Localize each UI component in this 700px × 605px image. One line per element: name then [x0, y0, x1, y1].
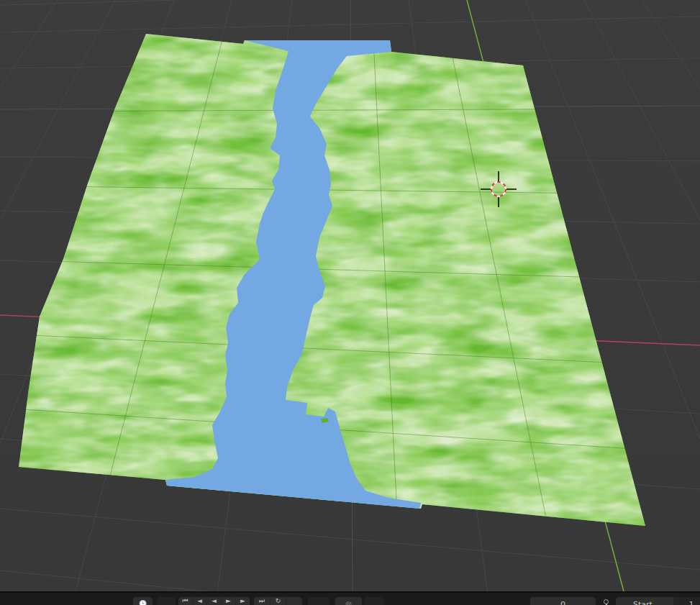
play-reverse-button[interactable]: ◄ — [207, 597, 222, 605]
sync-icon: ↻ — [276, 597, 281, 605]
keying-set-button[interactable] — [286, 597, 302, 605]
start-label: Start — [633, 600, 653, 605]
record-button[interactable]: ◎ — [335, 597, 362, 605]
viewport-3d[interactable] — [0, 0, 700, 605]
current-frame-field[interactable]: 0 — [530, 597, 596, 605]
jump-to-end-button[interactable]: ⏭ — [254, 597, 271, 605]
record-options-field[interactable] — [365, 597, 383, 605]
prev-keyframe-button[interactable]: ◄ — [193, 597, 207, 605]
jump-to-start-icon: ⏮ — [182, 597, 188, 605]
play-button[interactable]: ► — [222, 597, 236, 605]
keying-field[interactable] — [308, 597, 329, 605]
sync-button[interactable]: ↻ — [271, 597, 287, 605]
timeline-bar: 🕒 ⏮ ◄ ◄ ► ► ⏭ ↻ ◎ 0 Start 1 — [0, 591, 700, 605]
current-frame-value: 0 — [530, 600, 596, 605]
jump-to-end-icon: ⏭ — [259, 597, 265, 605]
record-icon: ◎ — [335, 599, 362, 605]
playback-controls: ⏮ ◄ ◄ ► ► — [178, 597, 250, 605]
editor-type-button[interactable]: 🕒 — [133, 597, 153, 605]
pin-icon[interactable] — [604, 599, 609, 604]
frame-range-group: Start 1 — [616, 597, 700, 605]
next-keyframe-button[interactable]: ► — [236, 597, 250, 605]
start-frame-field[interactable]: 1 — [673, 597, 700, 605]
next-keyframe-icon: ► — [240, 597, 245, 605]
playback-controls-2: ⏭ ↻ — [254, 597, 302, 605]
prev-keyframe-icon: ◄ — [197, 597, 202, 605]
editor-type-icon: 🕒 — [133, 599, 153, 605]
timeline-menu-button[interactable] — [157, 597, 176, 605]
jump-to-start-button[interactable]: ⏮ — [178, 597, 193, 605]
play-icon: ► — [226, 597, 231, 605]
start-frame-value: 1 — [673, 600, 700, 605]
play-reverse-icon: ◄ — [212, 597, 217, 605]
